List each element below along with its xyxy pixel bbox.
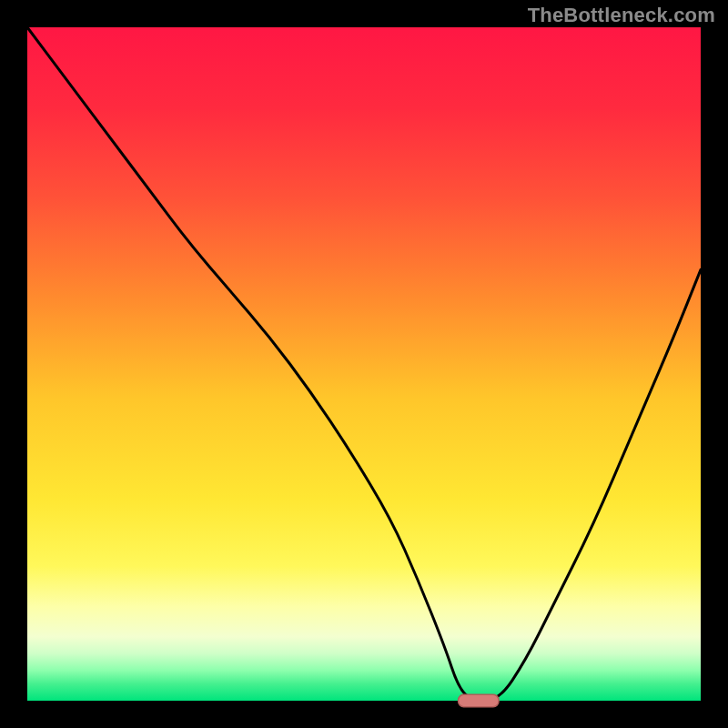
plot-background — [27, 27, 701, 701]
watermark-text: TheBottleneck.com — [528, 4, 715, 27]
bottleneck-chart — [0, 0, 728, 728]
optimum-marker — [459, 694, 499, 706]
chart-frame: { "watermark": "TheBottleneck.com", "col… — [0, 0, 728, 728]
